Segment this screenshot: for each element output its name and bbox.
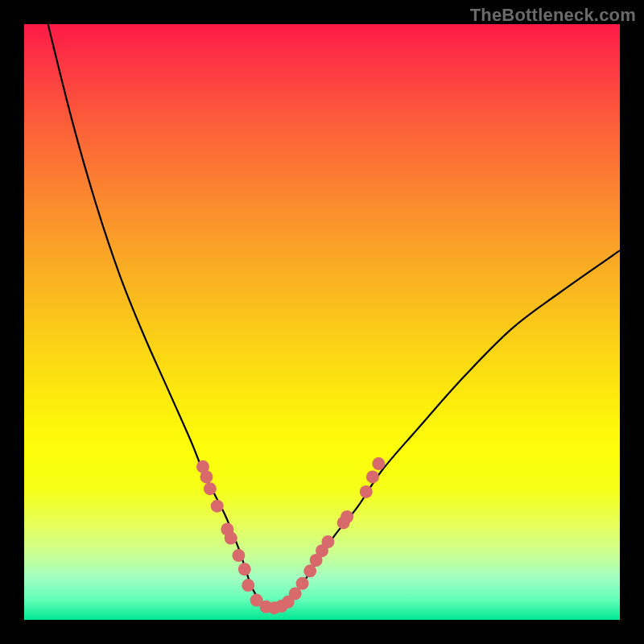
curve-marker [372, 457, 385, 470]
watermark-text: TheBottleneck.com [470, 5, 636, 26]
curve-marker [225, 532, 237, 545]
curve-marker [296, 577, 309, 590]
curve-marker [242, 579, 254, 592]
marker-group [196, 457, 385, 614]
chart-frame: TheBottleneck.com [0, 0, 644, 644]
curve-marker [366, 470, 379, 483]
bottleneck-curve [48, 24, 620, 609]
curve-marker [360, 485, 373, 498]
plot-area [24, 24, 620, 620]
curve-marker [200, 470, 213, 483]
curve-marker [232, 549, 245, 562]
chart-svg [24, 24, 620, 620]
curve-marker [204, 482, 217, 495]
curve-marker [341, 510, 353, 523]
curve-marker [211, 500, 224, 513]
curve-marker [321, 535, 334, 548]
curve-marker [238, 563, 251, 576]
curve-path [48, 24, 620, 609]
